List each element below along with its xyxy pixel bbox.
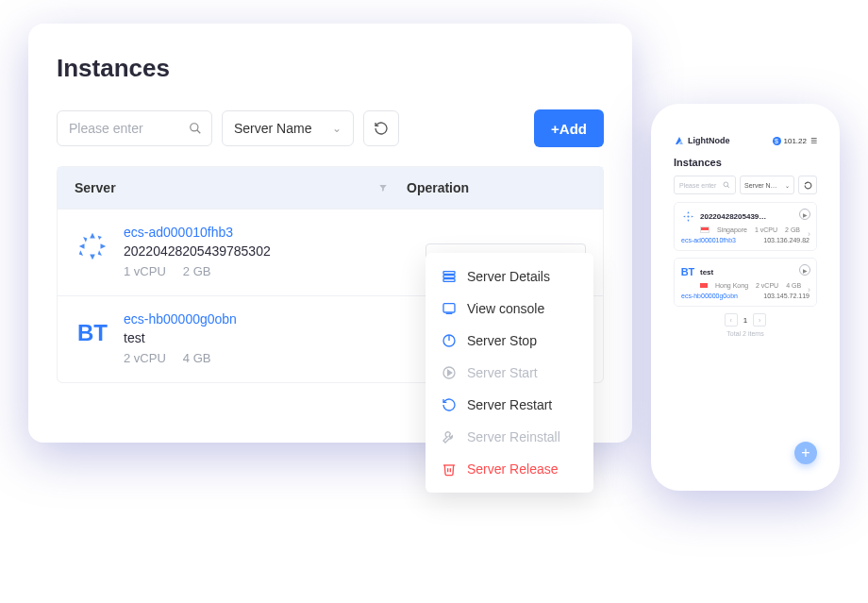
server-name-link[interactable]: ecs-ad000010fhb3 <box>124 225 426 240</box>
menu-server-restart[interactable]: Server Restart <box>426 389 593 421</box>
svg-marker-10 <box>448 370 452 375</box>
phone-instance-card[interactable]: 20220428205439… ▶ Singapore 1 vCPU 2 GB … <box>674 202 817 251</box>
ram-label: 4 GB <box>786 282 801 289</box>
search-icon <box>189 122 202 135</box>
server-specs: 2 vCPU4 GB <box>124 351 426 365</box>
page-title: Instances <box>57 54 604 83</box>
cpu-label: 2 vCPU <box>756 282 778 289</box>
restart-icon <box>441 396 458 413</box>
phone-instance-card[interactable]: BT test ▶ Hong Kong 2 vCPU 4 GB › ecs-hb… <box>674 258 817 307</box>
filter-dropdown[interactable]: Server Name ⌄ <box>222 110 354 146</box>
brand-logo: LightNode <box>674 135 730 146</box>
prev-page-button[interactable]: ‹ <box>725 313 738 327</box>
phone-page-title: Instances <box>674 157 817 168</box>
svg-line-12 <box>727 186 729 188</box>
os-icon <box>75 228 110 264</box>
next-page-button[interactable]: › <box>753 313 766 327</box>
server-name-link[interactable]: ecs-hb00000g0obn <box>681 293 738 299</box>
instances-table: Server Operation ecs-ad000010fhb3 202204… <box>57 166 604 383</box>
phone-total-count: Total 2 items <box>674 330 817 337</box>
server-id: 20220428205439785302 <box>124 243 426 259</box>
server-name-link[interactable]: ecs-ad000010fhb3 <box>681 237 736 243</box>
menu-server-reinstall: Server Reinstall <box>426 421 593 453</box>
server-specs: 1 vCPU2 GB <box>124 264 426 278</box>
svg-rect-4 <box>443 279 455 282</box>
menu-server-stop[interactable]: Server Stop <box>426 325 593 357</box>
actions-menu: Server Details View console Server Stop <box>426 253 593 493</box>
ram-label: 2 GB <box>785 226 800 233</box>
phone-refresh-button[interactable] <box>798 176 817 194</box>
table-header: Server Operation <box>58 167 603 209</box>
currency-icon: $ <box>773 137 781 145</box>
refresh-button[interactable] <box>363 110 399 146</box>
os-icon <box>681 209 694 223</box>
search-icon <box>723 181 730 189</box>
chevron-right-icon: › <box>808 229 810 239</box>
power-icon <box>441 332 458 349</box>
add-button[interactable]: +Add <box>534 109 604 147</box>
chevron-down-icon: ⌄ <box>332 122 342 135</box>
filter-label: Server Name <box>234 121 311 136</box>
trash-icon <box>441 461 458 477</box>
wrench-icon <box>441 428 458 445</box>
phone-mockup: LightNode $ 101.22 ≡ Instances Please en… <box>651 104 840 491</box>
svg-point-0 <box>191 124 198 131</box>
ip-address: 103.145.72.119 <box>763 293 810 299</box>
svg-rect-2 <box>443 272 455 275</box>
os-icon: BT <box>681 265 694 278</box>
chevron-down-icon: ⌄ <box>785 182 790 189</box>
svg-point-13 <box>687 215 689 217</box>
hamburger-icon[interactable]: ≡ <box>810 134 817 147</box>
server-id: test <box>700 268 713 276</box>
menu-view-console[interactable]: View console <box>426 293 593 325</box>
toolbar: Server Name ⌄ +Add <box>57 109 604 147</box>
balance-badge[interactable]: $ 101.22 <box>773 137 807 145</box>
server-name-link[interactable]: ecs-hb00000g0obn <box>124 311 426 327</box>
search-input[interactable] <box>67 120 189 137</box>
table-row: ecs-ad000010fhb3 20220428205439785302 1 … <box>58 209 603 295</box>
search-box[interactable] <box>57 110 212 146</box>
menu-server-release[interactable]: Server Release <box>426 453 593 485</box>
page-number: 1 <box>741 316 750 325</box>
ip-address: 103.136.249.82 <box>763 237 810 243</box>
instances-panel: Instances Server Name ⌄ +Add Server <box>28 24 632 443</box>
server-id: 20220428205439… <box>700 212 766 221</box>
phone-filter-dropdown[interactable]: Server N… ⌄ <box>740 176 794 194</box>
cpu-label: 1 vCPU <box>755 226 777 233</box>
phone-toolbar: Please enter Server N… ⌄ <box>674 176 817 194</box>
server-id: test <box>124 330 426 345</box>
filter-icon[interactable] <box>378 183 388 193</box>
menu-server-details[interactable]: Server Details <box>426 260 593 293</box>
col-server-label: Server <box>75 180 116 195</box>
col-operation-label: Operation <box>407 180 469 195</box>
play-icon[interactable]: ▶ <box>799 264 810 276</box>
svg-rect-3 <box>443 276 455 278</box>
details-icon <box>441 268 458 285</box>
region-label: Singapore <box>717 226 747 233</box>
flag-icon <box>700 283 708 288</box>
add-fab-button[interactable]: + <box>794 442 817 464</box>
svg-rect-5 <box>443 304 455 312</box>
region-label: Hong Kong <box>715 282 748 289</box>
svg-line-1 <box>197 130 201 134</box>
chevron-right-icon: › <box>808 285 810 294</box>
svg-point-11 <box>724 182 728 187</box>
phone-search-input[interactable]: Please enter <box>674 176 736 194</box>
play-icon[interactable]: ▶ <box>799 209 810 220</box>
menu-server-start: Server Start <box>426 357 593 389</box>
phone-header: LightNode $ 101.22 ≡ <box>674 134 817 147</box>
flag-icon <box>700 226 709 233</box>
play-icon <box>441 364 458 381</box>
os-icon: BT <box>75 315 110 351</box>
console-icon <box>441 300 458 317</box>
phone-pagination: ‹ 1 › <box>674 313 817 327</box>
